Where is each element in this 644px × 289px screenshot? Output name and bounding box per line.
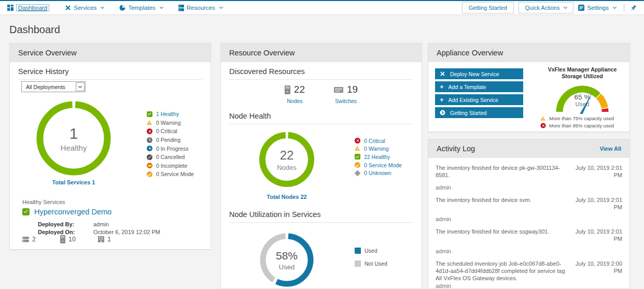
gauge-notes: More than 75% capacity used More than 95…	[540, 115, 624, 128]
node-health-title: Node Health	[229, 112, 413, 124]
top-nav: Dashboard Services Templates Resources G…	[0, 1, 644, 15]
service-history-title: Service History	[18, 67, 202, 80]
nav-settings-label: Settings	[587, 5, 609, 11]
settings-icon	[578, 5, 584, 11]
total-nodes-link[interactable]: Total Nodes 22	[257, 194, 316, 200]
used-swatch	[355, 248, 361, 254]
getting-started-button[interactable]: Getting Started	[462, 2, 514, 13]
service-overview-title: Service Overview	[18, 49, 77, 57]
unknown-diamond-icon	[354, 170, 360, 176]
app-root: Dashboard Services Templates Resources G…	[0, 0, 644, 289]
pending-clock-icon	[147, 137, 152, 143]
service-mode-wrench-icon	[147, 171, 152, 177]
page-title: Dashboard	[9, 24, 60, 36]
deploy-new-service-button[interactable]: Deploy New Service	[435, 68, 523, 79]
healthy-check-icon	[355, 154, 360, 160]
legend-item-service-mode[interactable]: 0 Service Mode	[355, 161, 402, 169]
view-all-link[interactable]: View All	[599, 146, 621, 152]
quick-actions-label: Quick Actions	[525, 5, 560, 11]
nav-templates-label: Templates	[128, 5, 155, 11]
cluster-icon	[98, 236, 104, 242]
gauge-note-75: More than 75% capacity used	[540, 115, 624, 121]
warning-triangle-icon	[355, 146, 360, 152]
services-icon	[65, 5, 71, 11]
dashboard-grid-icon	[7, 5, 13, 11]
quick-actions-button[interactable]: Quick Actions	[519, 2, 574, 13]
legend-item-warning[interactable]: 0 Warning	[355, 145, 402, 153]
pin-icon[interactable]	[630, 5, 637, 11]
resources-icon	[178, 5, 184, 11]
nodes-link[interactable]: Nodes	[285, 98, 305, 104]
service-overview-header: Service Overview	[10, 44, 211, 62]
service-donut-value: 1	[69, 125, 78, 142]
nav-divider	[624, 4, 624, 11]
appliance-overview-title: Appliance Overview	[437, 49, 503, 57]
legend-item-incomplete: 0 Incomplete	[147, 162, 194, 170]
activity-log-card: Activity Log View All The inventory fini…	[428, 139, 630, 289]
service-donut-label: Healthy	[61, 143, 87, 152]
warning-triangle-icon	[540, 116, 545, 121]
service-health-donut: 1 Healthy	[30, 94, 118, 182]
total-services-link[interactable]: Total Services 1	[30, 179, 118, 185]
legend-item-healthy[interactable]: 1 Healthy	[147, 110, 194, 119]
server-icon	[60, 235, 65, 243]
legend-item-unknown[interactable]: 0 Unknown	[355, 169, 402, 177]
log-timestamp: July 10, 2019 2:00 PM	[572, 260, 622, 282]
add-existing-service-button[interactable]: + Add Existing Service	[435, 94, 523, 105]
add-template-button[interactable]: + Add a Template	[435, 81, 523, 92]
nodes-count: 22	[294, 84, 305, 95]
switches-count: 19	[347, 84, 358, 95]
chevron-down-icon	[613, 5, 617, 9]
service-name-link[interactable]: Hyperconverged Demo	[34, 208, 111, 216]
storage-gauge-block: VxFlex Manager Appliance Storage Utilize…	[540, 66, 624, 128]
activity-log-header: Activity Log View All	[428, 139, 629, 158]
legend-item-critical[interactable]: 0 Critical	[355, 137, 402, 145]
appliance-overview-card: Appliance Overview Deploy New Service + …	[428, 43, 630, 132]
legend-item-used: Used	[355, 248, 387, 254]
gauge-title: VxFlex Manager Appliance Storage Utilize…	[540, 66, 624, 80]
discovered-resources-title: Discovered Resources	[229, 67, 413, 80]
select-dropdown-button[interactable]	[76, 82, 85, 91]
legend-item-warning: 0 Warning	[147, 119, 194, 127]
switches-link[interactable]: Switches	[334, 98, 358, 104]
legend-item-cancelled: 0 Cancelled	[147, 153, 194, 162]
healthy-check-icon	[22, 208, 30, 215]
cluster-count: 1	[98, 235, 129, 243]
deployments-filter-select[interactable]: All Deployments	[21, 81, 86, 92]
plus-icon: +	[440, 97, 444, 103]
log-entry: The scheduled inventory job Job-e0c067d8…	[436, 260, 622, 289]
service-details: Deployed By: admin Deployed On: October …	[38, 220, 160, 236]
log-message: The inventory finished for device pk-gw-…	[436, 164, 572, 179]
deployments-filter-value: All Deployments	[26, 84, 65, 90]
service-mode-wrench-icon	[355, 162, 360, 168]
node-utilization-legend: Used Not Used	[355, 248, 387, 273]
service-resource-counts: 2 10 1	[22, 235, 136, 243]
nav-item-templates[interactable]: Templates	[119, 5, 162, 11]
legend-item-healthy[interactable]: 22 Healthy	[355, 153, 402, 161]
nav-item-dashboard[interactable]: Dashboard	[7, 4, 49, 11]
node-utilization-title: Node Utilization in Services	[229, 210, 413, 223]
templates-icon	[119, 5, 125, 11]
chevron-down-icon	[160, 5, 163, 9]
legend-item-pending: 0 Pending	[147, 136, 194, 144]
legend-item-service-mode: 0 Service Mode	[147, 170, 194, 179]
healthy-check-icon	[147, 111, 152, 117]
legend-item-in-progress: 0 In Progress	[147, 144, 194, 153]
chevron-down-icon	[219, 5, 223, 9]
top-nav-right: Getting Started Quick Actions Settings	[462, 2, 637, 13]
plus-icon: +	[440, 84, 444, 90]
critical-icon	[355, 138, 360, 143]
activity-log-title: Activity Log	[437, 144, 475, 153]
nav-item-services[interactable]: Services	[65, 5, 104, 11]
getting-started-service-button[interactable]: Getting Started	[435, 107, 523, 118]
chevron-down-icon	[101, 5, 104, 9]
nav-item-resources[interactable]: Resources	[178, 5, 222, 11]
nav-resources-label: Resources	[187, 5, 215, 11]
warning-triangle-icon	[147, 120, 152, 125]
nav-item-settings[interactable]: Settings	[578, 5, 616, 11]
not-used-swatch	[355, 261, 361, 267]
resource-overview-card: Resource Overview Discovered Resources 2…	[220, 43, 422, 289]
service-overview-card: Service Overview Service History All Dep…	[9, 43, 211, 250]
log-message: The scheduled inventory job Job-e0c067d8…	[436, 260, 572, 282]
appliance-overview-header: Appliance Overview	[428, 44, 629, 62]
